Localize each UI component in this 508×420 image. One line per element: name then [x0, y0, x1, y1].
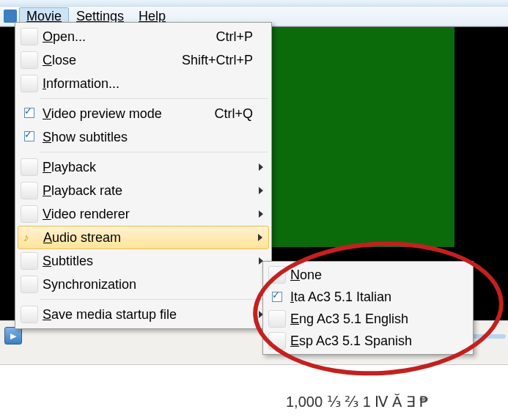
submenu-item-spanish[interactable]: Esp Ac3 5.1 Spanish — [265, 330, 471, 352]
menu-label: Open... — [43, 29, 216, 45]
blank-icon — [21, 75, 38, 92]
app-icon — [4, 10, 17, 23]
menu-item-playback-rate[interactable]: Playback rate — [18, 179, 269, 202]
menu-separator — [40, 98, 268, 99]
music-note-icon: ♪ — [23, 231, 29, 243]
play-button[interactable]: ▶ — [4, 327, 22, 345]
blank-icon — [21, 28, 38, 45]
submenu-item-italian[interactable]: Ita Ac3 5.1 Italian — [265, 286, 471, 308]
submenu-label: Eng Ac3 5.1 English — [290, 312, 408, 327]
checkbox-icon — [24, 108, 34, 118]
submenu-arrow-icon — [258, 234, 262, 241]
menu-item-information[interactable]: Information... — [18, 72, 269, 95]
checkbox-icon — [272, 292, 282, 302]
movie-menu: Open... Ctrl+P Close Shift+Ctrl+P Inform… — [15, 22, 272, 329]
menu-item-video-renderer[interactable]: Video renderer — [18, 202, 269, 226]
submenu-arrow-icon — [259, 210, 263, 218]
menu-label: Show subtitles — [43, 130, 269, 145]
menu-label: Audio stream — [43, 230, 268, 246]
submenu-label: None — [290, 268, 322, 283]
menu-label: Playback rate — [43, 183, 269, 199]
menu-item-show-subtitles[interactable]: Show subtitles — [18, 125, 269, 149]
submenu-label: Ita Ac3 5.1 Italian — [290, 290, 391, 305]
submenu-item-english[interactable]: Eng Ac3 5.1 English — [265, 308, 471, 330]
blank-icon — [21, 252, 38, 270]
menu-label: Video renderer — [43, 207, 269, 222]
menu-label: Information... — [43, 76, 269, 92]
menu-item-open[interactable]: Open... Ctrl+P — [18, 25, 269, 48]
menu-label: Close — [43, 53, 182, 68]
blank-icon — [21, 182, 38, 199]
blank-icon — [21, 205, 38, 223]
video-preview-panel — [271, 27, 454, 247]
submenu-arrow-icon — [259, 187, 263, 194]
submenu-item-none[interactable]: None — [265, 264, 471, 286]
blank-icon — [21, 306, 38, 323]
blank-icon — [268, 310, 286, 328]
menu-shortcut: Ctrl+P — [216, 29, 269, 45]
audio-stream-submenu: None Ita Ac3 5.1 Italian Eng Ac3 5.1 Eng… — [262, 261, 474, 355]
blank-icon — [21, 276, 38, 293]
titlebar-fragment — [0, 0, 508, 7]
menu-item-close[interactable]: Close Shift+Ctrl+P — [18, 48, 269, 72]
blank-icon — [268, 266, 286, 284]
bottom-panel: 1,000 ⅓ ⅔ 1 Ⅳ Ă ∃ ₱ — [0, 364, 508, 420]
menu-label: Playback — [43, 160, 269, 175]
app-window: Movie Settings Help ▶ 1,000 ⅓ ⅔ 1 Ⅳ Ă ∃ … — [0, 0, 508, 420]
menu-shortcut: Shift+Ctrl+P — [182, 53, 269, 68]
menu-label: Subtitles — [43, 254, 269, 269]
menu-item-audio-stream[interactable]: ♪ Audio stream — [18, 226, 269, 249]
submenu-label: Esp Ac3 5.1 Spanish — [290, 334, 412, 349]
checkbox-icon — [24, 131, 34, 141]
menu-separator — [40, 299, 268, 300]
menu-label: Save media startup file — [43, 307, 269, 323]
menu-item-subtitles[interactable]: Subtitles — [18, 249, 269, 273]
menu-item-save-startup[interactable]: Save media startup file — [18, 303, 269, 326]
menu-shortcut: Ctrl+Q — [214, 106, 269, 122]
blank-icon — [21, 158, 38, 176]
menu-label: Synchronization — [43, 277, 269, 292]
menu-separator — [40, 152, 268, 152]
blank-icon — [268, 332, 286, 350]
menu-label: Video preview mode — [43, 106, 214, 122]
menu-item-synchronization[interactable]: Synchronization — [18, 273, 269, 296]
sample-text: 1,000 ⅓ ⅔ 1 Ⅳ Ă ∃ ₱ — [286, 393, 429, 410]
menu-item-video-preview[interactable]: Video preview mode Ctrl+Q — [18, 102, 269, 125]
menu-item-playback[interactable]: Playback — [18, 155, 269, 179]
blank-icon — [21, 51, 38, 69]
submenu-arrow-icon — [259, 163, 263, 171]
seek-slider[interactable] — [469, 334, 506, 339]
